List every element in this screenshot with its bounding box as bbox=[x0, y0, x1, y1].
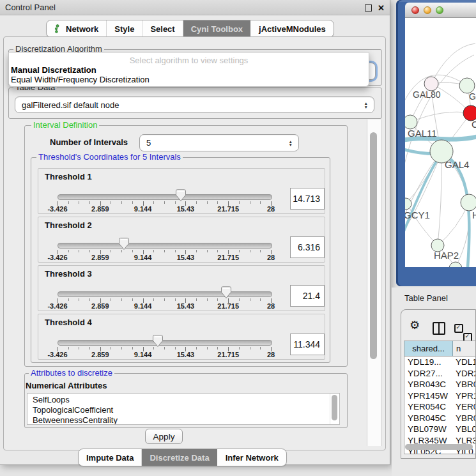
gear-icon[interactable] bbox=[410, 319, 420, 331]
attribute-item[interactable]: BetweennessCentrality bbox=[27, 415, 339, 425]
dropdown-item-equal-width-frequency[interactable]: Equal Width/Frequency Discretization bbox=[9, 75, 369, 84]
table-row[interactable]: YDL19...YDL1 bbox=[404, 357, 475, 368]
tick-label: -3.426 bbox=[47, 351, 67, 358]
cell-shared-name: YER054C bbox=[404, 402, 453, 411]
threshold-slider-track[interactable] bbox=[58, 243, 272, 249]
tick-label: 9.144 bbox=[134, 351, 152, 358]
attribute-item[interactable]: SelfLoops bbox=[27, 395, 339, 405]
tab-jactivemnodules[interactable]: jActiveMNodules bbox=[250, 20, 334, 37]
algorithm-dropdown-popup: Select algorithm to view settings Manual… bbox=[8, 52, 369, 87]
tab-infer-network[interactable]: Infer Network bbox=[217, 449, 286, 466]
tick-label: 2.859 bbox=[91, 254, 109, 261]
node-gal11[interactable] bbox=[405, 115, 417, 129]
cell-shared-name: YDL19... bbox=[404, 357, 453, 367]
column-header-shared-name[interactable]: shared... bbox=[404, 341, 453, 356]
dropdown-item-manual-discretization[interactable]: Manual Discretization bbox=[9, 65, 369, 75]
network-canvas[interactable]: GAL80 GA C GAL11 GAL4 GCY1 H HAP2 bbox=[405, 18, 476, 267]
threshold-slider-thumb[interactable] bbox=[176, 189, 186, 202]
threshold-slider-thumb[interactable] bbox=[119, 238, 129, 250]
attribute-item[interactable]: TopologicalCoefficient bbox=[27, 405, 339, 415]
attributes-scrollbar-track[interactable] bbox=[330, 394, 339, 424]
tick-label: 28 bbox=[267, 205, 275, 213]
table-row[interactable]: YDR27...YDR2 bbox=[404, 368, 475, 380]
threshold-label: Threshold 2 bbox=[45, 220, 92, 230]
table-row[interactable]: YBR043CYBR0 bbox=[404, 379, 475, 390]
tick-label: 28 bbox=[267, 254, 275, 261]
attributes-scrollbar-thumb[interactable] bbox=[332, 395, 337, 420]
node-label-gal4: GAL4 bbox=[445, 159, 469, 170]
threshold-label: Threshold 3 bbox=[45, 269, 92, 279]
float-window-icon[interactable] bbox=[365, 4, 372, 12]
tab-impute-data[interactable]: Impute Data bbox=[79, 449, 141, 466]
checkbox-icon[interactable] bbox=[454, 324, 463, 333]
network-window-titlebar[interactable] bbox=[405, 3, 476, 18]
tab-infer-network-label: Infer Network bbox=[226, 453, 279, 463]
close-icon[interactable] bbox=[378, 4, 385, 12]
combo-arrows-icon bbox=[289, 139, 293, 146]
threshold-label: Threshold 1 bbox=[45, 172, 92, 181]
tick-label: 21.715 bbox=[217, 205, 239, 213]
cell-name: YER0 bbox=[453, 402, 475, 411]
control-panel-window: Control Panel Network Style Select bbox=[0, 0, 390, 465]
node-right[interactable] bbox=[461, 194, 476, 211]
cell-name: YBR0 bbox=[453, 413, 475, 423]
table-row[interactable]: YER054CYER0 bbox=[404, 401, 475, 413]
tick-label: 9.144 bbox=[134, 302, 152, 310]
node-gal80[interactable] bbox=[424, 77, 438, 91]
panel-scrollbar-thumb[interactable] bbox=[370, 132, 377, 359]
tab-discretize-data[interactable]: Discretize Data bbox=[141, 449, 217, 466]
threshold-value-field[interactable]: 6.316 bbox=[290, 236, 325, 258]
slider-major-ticks bbox=[58, 347, 272, 351]
threshold-slider-track[interactable] bbox=[58, 291, 272, 297]
threshold-value-field[interactable]: 11.344 bbox=[290, 334, 325, 355]
tab-cyni-toolbox-label: Cyni Toolbox bbox=[191, 24, 243, 34]
threshold-panel: Threshold 4 -3.4262.8599.14415.4321.7152… bbox=[38, 314, 325, 360]
node-label-hap2: HAP2 bbox=[434, 250, 459, 261]
column-header-name[interactable]: n bbox=[453, 341, 475, 356]
threshold-slider-track[interactable] bbox=[58, 194, 272, 200]
thresholds-group-title: Threshold's Coordinates for 5 Intervals bbox=[36, 153, 183, 162]
cell-shared-name: YDR27... bbox=[404, 369, 453, 378]
close-traffic-light-icon[interactable] bbox=[411, 6, 419, 14]
tick-label: 2.859 bbox=[91, 302, 109, 310]
combo-arrows-icon bbox=[364, 102, 368, 109]
threshold-slider-thumb[interactable] bbox=[221, 286, 231, 299]
table-data-combobox-value: galFiltered.sif default node bbox=[22, 100, 119, 110]
threshold-value-field[interactable]: 21.4 bbox=[290, 285, 325, 307]
apply-button[interactable]: Apply bbox=[145, 429, 183, 444]
bottom-tab-bar: Impute Data Discretize Data Infer Networ… bbox=[78, 449, 287, 466]
table-row[interactable]: YBR045CYBR0 bbox=[404, 413, 475, 424]
threshold-slider-track[interactable] bbox=[58, 340, 272, 346]
number-of-intervals-combobox[interactable]: 5 bbox=[139, 134, 299, 151]
table-data-combobox[interactable]: galFiltered.sif default node bbox=[15, 96, 374, 113]
cell-shared-name: YPR145W bbox=[404, 391, 453, 401]
table-horizontal-scrollbar-thumb[interactable] bbox=[405, 444, 473, 450]
table-row[interactable]: YPR145WYPR1 bbox=[404, 390, 475, 402]
tick-label: 28 bbox=[267, 351, 275, 358]
table-row[interactable]: YBL079WYBL0 bbox=[404, 424, 475, 435]
node-gcy1[interactable] bbox=[405, 198, 411, 210]
tab-select[interactable]: Select bbox=[142, 20, 182, 37]
minimize-traffic-light-icon[interactable] bbox=[424, 6, 431, 14]
zoom-traffic-light-icon[interactable] bbox=[436, 6, 443, 14]
tab-network[interactable]: Network bbox=[47, 20, 106, 37]
node-bottom[interactable] bbox=[449, 262, 462, 267]
attributes-group-title: Attributes to discretize bbox=[29, 369, 114, 378]
numerical-attributes-list: SelfLoopsTopologicalCoefficientBetweenne… bbox=[27, 395, 339, 425]
tab-style[interactable]: Style bbox=[106, 20, 142, 37]
node-table-body: YDL19...YDL1YDR27...YDR2YBR043CYBR0YPR14… bbox=[404, 357, 475, 454]
cell-shared-name: YBL079W bbox=[404, 424, 453, 434]
node-label-partial-h: H bbox=[472, 210, 476, 220]
column-layout-icon[interactable] bbox=[433, 322, 445, 335]
slider-major-ticks bbox=[58, 201, 272, 206]
apply-button-label: Apply bbox=[153, 432, 175, 441]
threshold-value-field[interactable]: 14.713 bbox=[290, 188, 325, 210]
tab-cyni-toolbox[interactable]: Cyni Toolbox bbox=[183, 20, 250, 37]
tick-label: 15.43 bbox=[177, 302, 195, 310]
threshold-slider-thumb[interactable] bbox=[153, 335, 163, 348]
tick-label: 15.43 bbox=[177, 254, 195, 261]
cell-name: YDR2 bbox=[453, 369, 475, 378]
tick-label: 21.715 bbox=[217, 351, 239, 358]
tab-jactivemnodules-label: jActiveMNodules bbox=[259, 24, 326, 34]
tab-discretize-data-label: Discretize Data bbox=[150, 453, 209, 463]
